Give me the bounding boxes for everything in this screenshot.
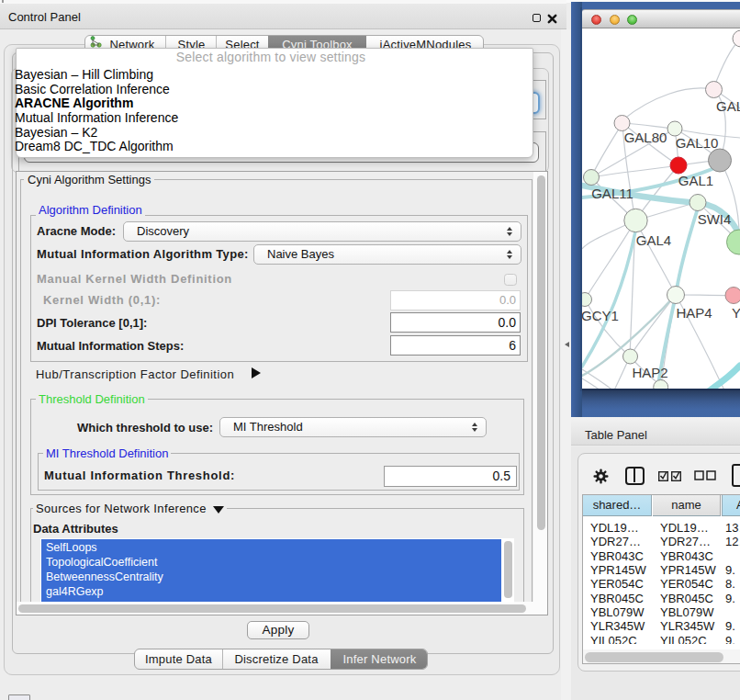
svg-text:HAP4: HAP4: [676, 305, 712, 321]
svg-text:SWI4: SWI4: [698, 211, 732, 227]
svg-text:GAL11: GAL11: [591, 186, 633, 201]
svg-text:GAL80: GAL80: [624, 130, 667, 145]
svg-text:HAP2: HAP2: [632, 365, 667, 380]
svg-text:GAL4: GAL4: [636, 232, 671, 248]
svg-text:GAL1: GAL1: [678, 173, 713, 188]
svg-text:GAL10: GAL10: [676, 135, 719, 151]
svg-text:Y: Y: [732, 305, 740, 321]
svg-text:GCY1: GCY1: [582, 308, 619, 323]
svg-text:GAL7: GAL7: [716, 98, 740, 114]
